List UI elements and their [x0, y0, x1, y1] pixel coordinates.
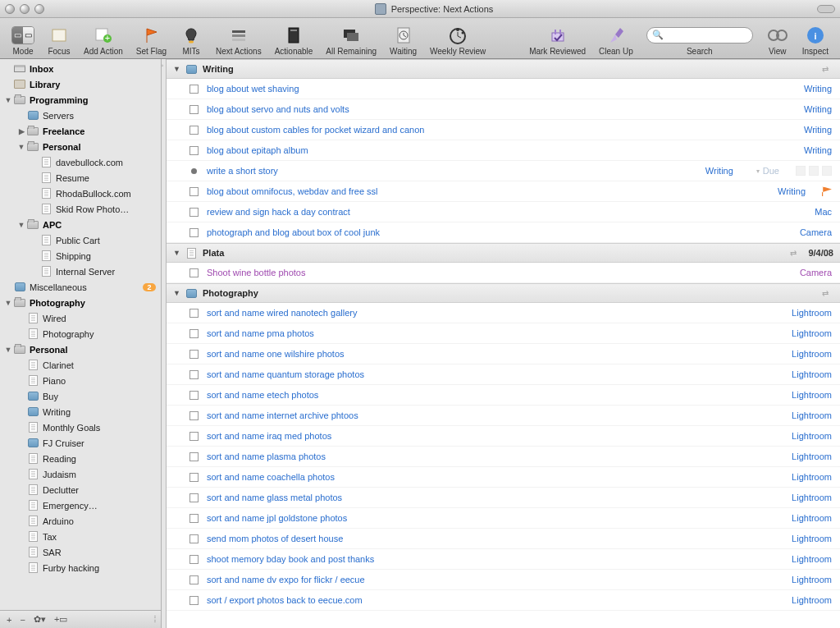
mode-seg-2[interactable]: ▭ — [23, 27, 34, 44]
task-context[interactable]: Lightroom — [792, 493, 832, 502]
task-context[interactable]: Lightroom — [792, 349, 832, 359]
task-context[interactable]: Writing — [778, 186, 806, 196]
task-row[interactable]: Shoot wine bottle photosCamera — [167, 263, 840, 283]
disclosure-icon[interactable]: ▼ — [173, 249, 185, 257]
actionable-toolbar-item[interactable]: Actionable — [270, 20, 318, 57]
task-title[interactable]: sort and name plasma photos — [207, 452, 326, 461]
sidebar-item[interactable]: Wired — [0, 310, 161, 326]
all-remaining-toolbar-item[interactable]: All Remaining — [321, 20, 381, 57]
task-row[interactable]: sort and name one wilshire photosLightro… — [167, 344, 840, 364]
task-context[interactable]: Writing — [705, 166, 733, 176]
task-row[interactable]: photograph and blog about box of cool ju… — [167, 222, 840, 243]
sidebar-programming[interactable]: ▼Programming — [0, 92, 161, 108]
reorder-icon[interactable]: ⇄ — [790, 249, 797, 258]
task-checkbox[interactable] — [189, 596, 199, 605]
sidebar-item[interactable]: Clarinet — [0, 357, 161, 373]
sidebar-item[interactable]: Emergency… — [0, 497, 161, 513]
task-checkbox[interactable] — [189, 146, 199, 155]
sidebar-photography[interactable]: ▼Photography — [0, 295, 161, 310]
task-checkbox[interactable] — [189, 126, 199, 135]
task-context[interactable]: Writing — [804, 84, 832, 94]
task-title[interactable]: send mom photos of desert house — [207, 534, 343, 543]
task-title[interactable]: photograph and blog about box of cool ju… — [207, 227, 380, 237]
task-row[interactable]: blog about omnifocus, webdav and free ss… — [167, 181, 840, 202]
task-row[interactable]: sort and name dv expo for flickr / eecue… — [167, 570, 840, 590]
group-header[interactable]: ▼Photography⇄ — [167, 283, 840, 303]
task-row[interactable]: sort and name plasma photosLightroom — [167, 447, 840, 467]
task-context[interactable]: Lightroom — [792, 410, 832, 420]
task-title[interactable]: sort and name dv expo for flickr / eecue — [207, 575, 365, 584]
search-input[interactable] — [667, 30, 747, 40]
sidebar-item[interactable]: Furby hacking — [0, 560, 161, 575]
task-row[interactable]: sort and name wired nanotech galleryLigh… — [167, 303, 840, 323]
task-checkbox[interactable] — [189, 452, 199, 461]
mits-toolbar-item[interactable]: MITs — [175, 20, 208, 57]
task-title[interactable]: sort and name quantum storage photos — [207, 369, 364, 379]
task-checkbox[interactable] — [189, 555, 199, 564]
task-row[interactable]: sort and name quantum storage photosLigh… — [167, 364, 840, 385]
mode-toolbar-item[interactable]: ▭▭ Mode — [7, 20, 39, 57]
sidebar-resizer[interactable] — [162, 59, 167, 628]
sidebar-item[interactable]: Reading — [0, 451, 161, 466]
task-title[interactable]: sort and name pma photos — [207, 328, 314, 338]
set-flag-toolbar-item[interactable]: Set Flag — [131, 20, 171, 57]
close-window-button[interactable] — [5, 4, 15, 14]
reorder-icon[interactable]: ⇄ — [822, 289, 829, 298]
task-row[interactable]: blog about servo and nuts and voltsWriti… — [167, 99, 840, 120]
task-title[interactable]: blog about epitaph album — [207, 145, 308, 155]
focus-toolbar-item[interactable]: Focus — [43, 20, 75, 57]
task-row[interactable]: sort / export photos back to eecue.comLi… — [167, 590, 840, 611]
task-context[interactable]: Lightroom — [792, 554, 832, 564]
task-title[interactable]: sort / export photos back to eecue.com — [207, 595, 363, 605]
attach-icon[interactable] — [822, 166, 832, 176]
disclosure-icon[interactable]: ▼ — [16, 221, 26, 229]
sidebar-miscellaneous[interactable]: Miscellaneous2 — [0, 279, 161, 295]
disclosure-icon[interactable]: ▼ — [3, 299, 13, 307]
task-context[interactable]: Camera — [800, 227, 832, 237]
add-action-toolbar-item[interactable]: + Add Action — [79, 20, 128, 57]
next-actions-toolbar-item[interactable]: Next Actions — [211, 20, 267, 57]
inspect-toolbar-item[interactable]: i Inspect — [797, 20, 833, 57]
mark-reviewed-toolbar-item[interactable]: Mark Reviewed — [524, 20, 591, 57]
task-row[interactable]: sort and name glass metal photosLightroo… — [167, 488, 840, 508]
flag-icon[interactable] — [822, 186, 832, 196]
disclosure-icon[interactable]: ▼ — [3, 96, 13, 104]
task-checkbox[interactable] — [189, 534, 199, 543]
task-row[interactable]: sort and name internet archive phtoosLig… — [167, 406, 840, 426]
sidebar-item[interactable]: Skid Row Photo… — [0, 201, 161, 217]
sidebar-item[interactable]: Photography — [0, 326, 161, 342]
task-title[interactable]: Shoot wine bottle photos — [207, 268, 305, 277]
task-checkbox[interactable] — [189, 208, 199, 217]
group-header[interactable]: ▼Plata⇄9/4/08 — [167, 243, 840, 263]
task-title[interactable]: blog about omnifocus, webdav and free ss… — [207, 186, 378, 196]
sidebar-item[interactable]: Declutter — [0, 482, 161, 497]
task-context[interactable]: Lightroom — [792, 534, 832, 543]
sidebar-item[interactable]: RhodaBullock.com — [0, 186, 161, 201]
task-row[interactable]: sort and name coachella photosLightroom — [167, 467, 840, 488]
task-row[interactable]: blog about wet shavingWriting — [167, 79, 840, 99]
sidebar-item[interactable]: Tax — [0, 529, 161, 544]
sidebar-inbox[interactable]: Inbox — [0, 61, 161, 76]
sidebar-freelance[interactable]: ▶Freelance — [0, 123, 161, 139]
task-title[interactable]: blog about custom cables for pocket wiza… — [207, 125, 424, 135]
task-context[interactable]: Lightroom — [792, 595, 832, 605]
task-checkbox[interactable] — [189, 187, 199, 196]
task-row[interactable]: sort and name jpl goldstone photosLightr… — [167, 508, 840, 529]
sidebar-item[interactable]: Writing — [0, 404, 161, 419]
task-context[interactable]: Writing — [804, 145, 832, 155]
add-button[interactable]: + — [7, 615, 11, 625]
sidebar-item[interactable]: davebullock.com — [0, 154, 161, 170]
task-title[interactable]: sort and name jpl goldstone photos — [207, 513, 347, 523]
disclosure-icon[interactable]: ▼ — [16, 143, 26, 151]
task-checkbox[interactable] — [189, 85, 199, 94]
task-title[interactable]: sort and name coachella photos — [207, 472, 335, 482]
task-context[interactable]: Lightroom — [792, 472, 832, 482]
task-row[interactable]: send mom photos of desert houseLightroom — [167, 529, 840, 549]
add-group-button[interactable]: +▭ — [54, 614, 67, 625]
sidebar-item[interactable]: Public Cart — [0, 232, 161, 248]
task-checkbox[interactable] — [189, 105, 199, 114]
task-title[interactable]: sort and name glass metal photos — [207, 493, 342, 502]
task-row[interactable]: sort and name iraq med photosLightroom — [167, 426, 840, 447]
waiting-toolbar-item[interactable]: Waiting — [385, 20, 422, 57]
sidebar-prog-personal[interactable]: ▼Personal — [0, 139, 161, 154]
